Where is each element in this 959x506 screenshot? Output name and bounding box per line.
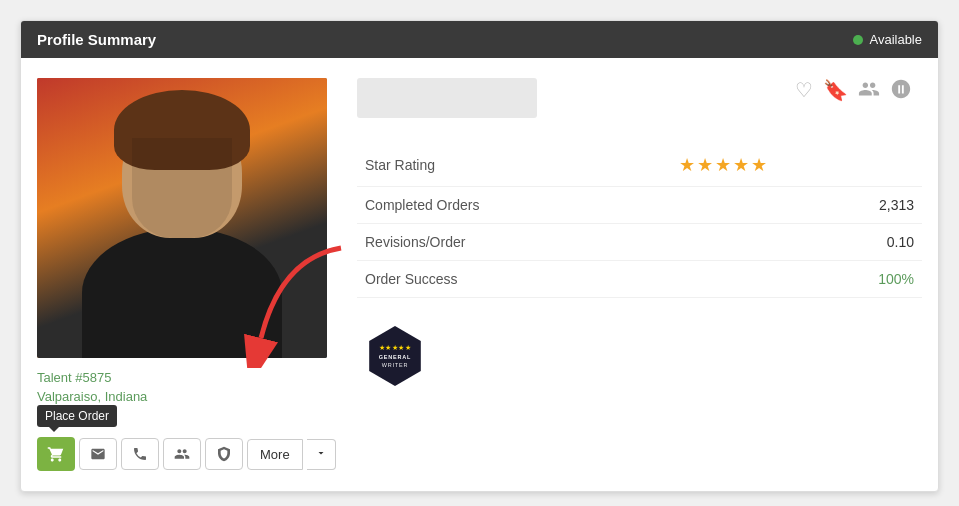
completed-orders-label: Completed Orders bbox=[357, 187, 671, 224]
place-order-button[interactable] bbox=[37, 437, 75, 471]
order-success-label: Order Success bbox=[357, 261, 671, 298]
star-rating-row: Star Rating ★ ★ ★ ★ ★ bbox=[357, 144, 922, 187]
completed-orders-value: 2,313 bbox=[671, 187, 922, 224]
action-buttons: Place Order bbox=[37, 437, 337, 471]
badge-title: GENERAL bbox=[379, 354, 412, 361]
bookmark-icon[interactable]: 🔖 bbox=[823, 78, 848, 106]
status-dot bbox=[853, 35, 863, 45]
more-button[interactable]: More bbox=[247, 439, 303, 470]
badge-area: ★★★★★ GENERAL WRITER bbox=[357, 318, 922, 394]
right-panel: ♡ 🔖 bbox=[357, 78, 922, 471]
revisions-value: 0.10 bbox=[671, 224, 922, 261]
star-4: ★ bbox=[733, 154, 749, 176]
email-icon bbox=[90, 446, 106, 462]
order-success-row: Order Success 100% bbox=[357, 261, 922, 298]
badge-button[interactable] bbox=[205, 438, 243, 470]
general-writer-badge: ★★★★★ GENERAL WRITER bbox=[365, 326, 425, 386]
card-title: Profile Summary bbox=[37, 31, 156, 48]
revisions-row: Revisions/Order 0.10 bbox=[357, 224, 922, 261]
ban-icon[interactable] bbox=[890, 78, 912, 106]
chevron-down-icon bbox=[315, 447, 327, 459]
completed-orders-row: Completed Orders 2,313 bbox=[357, 187, 922, 224]
phone-icon bbox=[132, 446, 148, 462]
group-svg-icon bbox=[858, 78, 880, 100]
profile-card: Profile Summary Available bbox=[20, 20, 939, 492]
status-indicator: Available bbox=[853, 32, 922, 47]
star-5: ★ bbox=[751, 154, 767, 176]
status-label: Available bbox=[869, 32, 922, 47]
badge-icon bbox=[216, 446, 232, 462]
card-body: Talent #5875 Valparaiso, Indiana Doctora… bbox=[21, 58, 938, 491]
group-icon[interactable] bbox=[858, 78, 880, 106]
profile-name-placeholder bbox=[357, 78, 537, 118]
dropdown-button[interactable] bbox=[307, 439, 336, 470]
talent-id: Talent #5875 bbox=[37, 370, 337, 385]
assign-icon bbox=[174, 446, 190, 462]
star-rating-label: Star Rating bbox=[357, 144, 671, 187]
badge-sub: WRITER bbox=[382, 362, 409, 369]
phone-button[interactable] bbox=[121, 438, 159, 470]
favorite-icon[interactable]: ♡ bbox=[795, 78, 813, 106]
revisions-label: Revisions/Order bbox=[357, 224, 671, 261]
assign-button[interactable] bbox=[163, 438, 201, 470]
ban-svg-icon bbox=[890, 78, 912, 100]
star-2: ★ bbox=[697, 154, 713, 176]
star-3: ★ bbox=[715, 154, 731, 176]
location: Valparaiso, Indiana bbox=[37, 389, 337, 404]
star-1: ★ bbox=[679, 154, 695, 176]
cart-icon bbox=[47, 445, 65, 463]
card-header: Profile Summary Available bbox=[21, 21, 938, 58]
order-success-value: 100% bbox=[671, 261, 922, 298]
left-panel: Talent #5875 Valparaiso, Indiana Doctora… bbox=[37, 78, 337, 471]
stars-row: ★ ★ ★ ★ ★ bbox=[679, 154, 914, 176]
place-order-tooltip: Place Order bbox=[37, 405, 117, 427]
profile-photo bbox=[37, 78, 327, 358]
stats-table: Star Rating ★ ★ ★ ★ ★ Complete bbox=[357, 144, 922, 298]
action-icons-row: ♡ 🔖 bbox=[795, 78, 922, 106]
badge-stars: ★★★★★ bbox=[379, 343, 412, 352]
email-button[interactable] bbox=[79, 438, 117, 470]
star-rating-value: ★ ★ ★ ★ ★ bbox=[671, 144, 922, 187]
